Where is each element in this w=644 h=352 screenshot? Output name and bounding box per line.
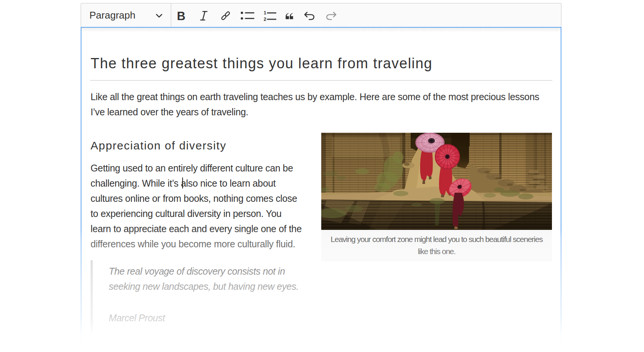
svg-text:1: 1: [264, 10, 266, 16]
svg-text:2: 2: [264, 17, 266, 21]
